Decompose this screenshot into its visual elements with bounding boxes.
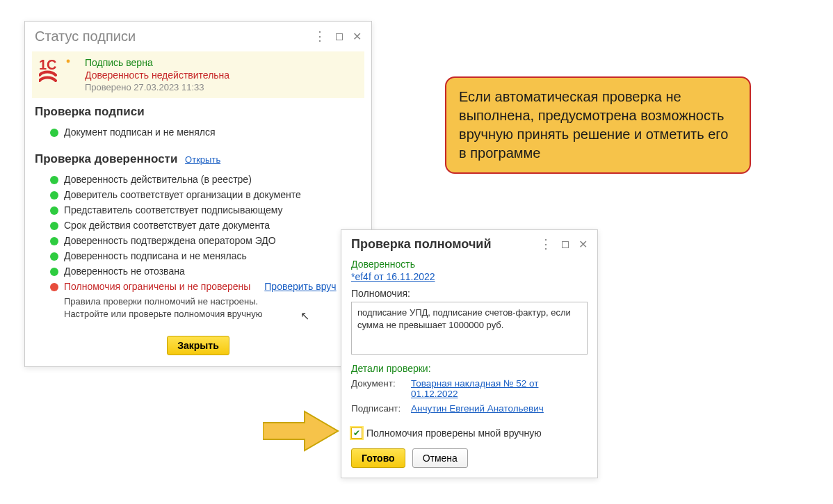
banner-signature-status: Подпись верна <box>85 57 229 68</box>
status-dot-icon <box>50 268 58 276</box>
status-dot-icon <box>50 222 58 230</box>
poa-row: Доверенность подтверждена оператором ЭДО <box>35 233 362 248</box>
dialog-title: Статус подписи <box>35 29 136 44</box>
poa-row: Доверенность подписана и не менялась <box>35 248 362 263</box>
poa-row: Доверенность действительна (в реестре) <box>35 172 362 187</box>
dialog-title: Проверка полномочий <box>351 237 491 252</box>
signer-row: Подписант: Анчутин Евгений Анатольевич <box>351 403 588 414</box>
poa-hint: Правила проверки полномочий не настроены… <box>35 295 362 320</box>
status-dot-icon <box>50 237 58 245</box>
cancel-button[interactable]: Отмена <box>412 448 468 468</box>
signer-link[interactable]: Анчутин Евгений Анатольевич <box>411 403 544 414</box>
poa-row-failed: Полномочия ограничены и не проверены Про… <box>35 279 362 294</box>
kebab-icon[interactable]: ⋮ <box>314 33 326 40</box>
poa-row: Доверитель соответствует организации в д… <box>35 187 362 202</box>
status-dot-icon <box>50 191 58 200</box>
poa-row: Доверенность не отозвана <box>35 263 362 279</box>
signature-check-heading: Проверка подписи <box>35 105 362 119</box>
sig-check-text: Документ подписан и не менялся <box>64 127 216 138</box>
kebab-icon[interactable]: ⋮ <box>540 241 552 247</box>
arrow-icon <box>263 410 339 452</box>
poa-check-heading: Проверка доверенности Открыть <box>35 152 362 166</box>
check-manually-link[interactable]: Проверить вруч <box>264 281 336 292</box>
close-icon[interactable]: ✕ <box>353 31 362 42</box>
svg-marker-3 <box>263 412 338 450</box>
status-dot-icon <box>50 283 58 291</box>
status-dot-icon <box>50 129 58 137</box>
signature-status-dialog: Статус подписи ⋮ ✕ 1C Подпись верна Дове… <box>24 21 372 367</box>
authority-check-dialog: Проверка полномочий ⋮ ✕ Доверенность *ef… <box>341 229 598 478</box>
sig-check-row: Документ подписан и не менялся <box>35 124 362 140</box>
poa-row: Срок действия соответствует дате докумен… <box>35 218 362 233</box>
manual-check-row[interactable]: ✔ Полномочия проверены мной вручную <box>351 428 588 439</box>
document-link[interactable]: Товарная накладная № 52 от 01.12.2022 <box>411 378 538 399</box>
maximize-icon[interactable] <box>562 241 569 248</box>
manual-check-label: Полномочия проверены мной вручную <box>366 428 542 439</box>
titlebar: Статус подписи ⋮ ✕ <box>25 22 371 49</box>
svg-marker-2 <box>521 191 549 233</box>
authority-text[interactable]: подписание УПД, подписание счетов-фактур… <box>351 302 588 355</box>
details-label: Детали проверки: <box>351 363 588 374</box>
banner-poa-status: Доверенность недействительна <box>85 70 229 81</box>
banner-checked-at: Проверено 27.03.2023 11:33 <box>85 82 229 92</box>
poa-label: Доверенность <box>351 259 588 270</box>
poa-link[interactable]: *ef4f от 16.11.2022 <box>351 271 435 282</box>
close-button[interactable]: Закрыть <box>167 336 229 355</box>
ok-button[interactable]: Готово <box>351 448 405 468</box>
status-dot-icon <box>50 176 58 184</box>
poa-check-section: Проверка доверенности Открыть Довереннос… <box>25 152 371 326</box>
manual-check-checkbox[interactable]: ✔ <box>351 428 362 439</box>
document-row: Документ: Товарная накладная № 52 от 01.… <box>351 378 588 399</box>
status-dot-icon <box>50 206 58 215</box>
open-poa-link[interactable]: Открыть <box>185 154 220 165</box>
svg-text:1C: 1C <box>39 57 57 72</box>
poa-row: Представитель соответствует подписывающе… <box>35 202 362 218</box>
close-icon[interactable]: ✕ <box>579 239 588 250</box>
signature-check-section: Проверка подписи Документ подписан и не … <box>25 105 371 145</box>
svg-point-1 <box>67 60 70 63</box>
authority-label: Полномочия: <box>351 288 588 299</box>
titlebar: Проверка полномочий ⋮ ✕ <box>341 230 597 256</box>
maximize-icon[interactable] <box>336 33 343 40</box>
status-dot-icon <box>50 252 58 261</box>
status-banner: 1C Подпись верна Доверенность недействит… <box>32 51 364 98</box>
1c-logo-icon: 1C <box>39 57 76 85</box>
annotation-callout: Если автоматическая проверка не выполнен… <box>445 76 751 174</box>
